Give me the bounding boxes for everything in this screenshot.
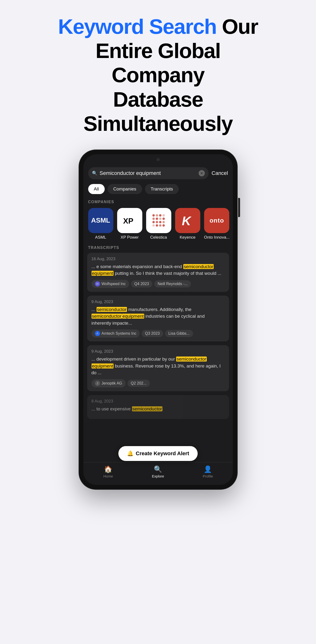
phone-camera (156, 158, 160, 161)
transcript-2[interactable]: 9 Aug, 2023 ... semiconductor manufactur… (87, 296, 229, 342)
transcript-2-text: ... semiconductor manufacturers. Additio… (92, 306, 225, 327)
tag-jenoptik[interactable]: J Jenoptik AG (92, 379, 126, 388)
highlight-semiconductor-4: semiconductor (132, 406, 163, 411)
tag-wolfspeed-label: Wolfspeed Inc (102, 282, 126, 286)
company-asml[interactable]: ASML ASML (88, 208, 113, 240)
transcripts-section-label: TRANSCRIPTS (83, 244, 233, 253)
tag-q4-2023-1[interactable]: Q4 2023 (131, 280, 152, 288)
transcript-2-tags: A Amtech Systems Inc Q3 2023 Lisa Gibbs.… (92, 330, 225, 338)
home-icon: 🏠 (104, 465, 112, 473)
filter-tabs: All Companies Transcripts (83, 182, 233, 198)
company-xp-power[interactable]: XP XP Power (117, 208, 142, 240)
tag-lisa-label: Lisa Gibbs... (168, 331, 190, 336)
tab-transcripts[interactable]: Transcripts (145, 184, 179, 194)
transcript-4-text: ... to use expensive semiconductor (92, 406, 225, 412)
tag-neill[interactable]: Neill Reynolds -... (154, 280, 191, 288)
search-input-wrap[interactable]: 🔍 Semiconductor equipment ✕ (88, 167, 209, 179)
highlight-semiconductor-3: semiconductor (176, 356, 207, 362)
clear-search-button[interactable]: ✕ (198, 170, 205, 176)
search-bar: 🔍 Semiconductor equipment ✕ Cancel (83, 165, 233, 182)
nav-profile-label: Profile (203, 474, 213, 478)
nav-explore[interactable]: 🔍 Explore (133, 465, 183, 478)
phone-shell: 🔍 Semiconductor equipment ✕ Cancel All C… (79, 150, 237, 489)
phone-notch (83, 154, 233, 165)
transcript-1-tags: W Wolfspeed Inc Q4 2023 Neill Reynolds -… (92, 280, 225, 288)
keyence-logo: K (175, 208, 200, 233)
headline-blue: Keyword Search (58, 14, 216, 38)
wolfspeed-icon: W (95, 281, 100, 286)
celestica-logo (146, 208, 171, 233)
transcript-2-date: 9 Aug, 2023 (92, 300, 225, 304)
create-alert-button[interactable]: 🔔 Create Keyword Alert (118, 446, 198, 461)
company-keyence[interactable]: K Keyence (175, 208, 200, 240)
keyence-name: Keyence (180, 235, 196, 240)
transcript-4[interactable]: 8 Aug, 2023 ... to use expensive semicon… (87, 395, 229, 419)
svg-text:XP: XP (123, 216, 134, 225)
transcript-1-date: 16 Aug, 2023 (92, 256, 225, 262)
nav-home-label: Home (103, 474, 113, 478)
onto-name: Onto Innova... (204, 235, 230, 240)
nav-explore-label: Explore (152, 474, 164, 478)
celestica-name: Celestica (150, 235, 167, 240)
asml-logo: ASML (88, 208, 113, 233)
tag-q3-label: Q3 2023 (145, 331, 160, 336)
amtech-icon: A (95, 331, 100, 336)
alert-label: Create Keyword Alert (136, 450, 189, 457)
transcript-3[interactable]: 9 Aug, 2023 ... development driven in pa… (87, 345, 229, 391)
jenoptik-icon: J (95, 381, 100, 386)
company-celestica[interactable]: Celestica (146, 208, 171, 240)
phone-screen: 🔍 Semiconductor equipment ✕ Cancel All C… (83, 154, 233, 485)
nav-home[interactable]: 🏠 Home (83, 465, 133, 478)
transcript-3-text: ... development driven in particular by … (92, 356, 225, 376)
companies-row: ASML ASML XP XP Power (83, 207, 233, 244)
highlight-equipment-2: equipment (122, 314, 144, 319)
tag-amtech-label: Amtech Systems Inc (102, 331, 136, 336)
xp-logo: XP (117, 208, 142, 233)
explore-icon: 🔍 (154, 465, 162, 473)
tab-companies[interactable]: Companies (108, 184, 142, 194)
tag-wolfspeed[interactable]: W Wolfspeed Inc (92, 280, 129, 288)
highlight-semiconductor-2a: semiconductor (96, 307, 127, 312)
tab-all[interactable]: All (88, 184, 105, 194)
transcript-4-date: 8 Aug, 2023 (92, 399, 225, 404)
highlight-equipment-1: equipment (92, 271, 114, 276)
svg-text:K: K (182, 214, 192, 228)
tag-amtech[interactable]: A Amtech Systems Inc (92, 330, 140, 338)
cancel-button[interactable]: Cancel (212, 170, 228, 176)
tag-jenoptik-label: Jenoptik AG (102, 381, 122, 386)
tag-neill-label: Neill Reynolds -... (158, 282, 188, 286)
transcripts-section: TRANSCRIPTS 16 Aug, 2023 ... e some mate… (83, 244, 233, 462)
nav-profile[interactable]: 👤 Profile (183, 465, 233, 478)
celestica-dots (152, 214, 165, 227)
tag-q2-2023[interactable]: Q2 202... (128, 380, 150, 387)
companies-section-label: COMPANIES (83, 198, 233, 207)
headline: Keyword Search OurEntire Global CompanyD… (50, 14, 266, 136)
highlight-equipment-3: equipment (92, 364, 114, 368)
xp-name: XP Power (120, 235, 138, 240)
transcript-3-tags: J Jenoptik AG Q2 202... (92, 379, 225, 388)
transcript-3-date: 9 Aug, 2023 (92, 349, 225, 354)
transcript-1-text: ... e some materials expansion and back-… (92, 263, 225, 277)
highlight-semiconductor-1: semiconductor (183, 264, 214, 269)
company-onto[interactable]: onto Onto Innova... (204, 208, 230, 240)
tag-q2-label: Q2 202... (131, 381, 146, 386)
transcript-1[interactable]: 16 Aug, 2023 ... e some materials expans… (87, 253, 229, 292)
tag-q4-label: Q4 2023 (134, 282, 149, 286)
bottom-nav: 🏠 Home 🔍 Explore 👤 Profile (83, 462, 233, 485)
asml-name: ASML (95, 235, 106, 240)
search-query: Semiconductor equipment (100, 170, 196, 176)
tag-lisa[interactable]: Lisa Gibbs... (165, 330, 193, 337)
profile-icon: 👤 (204, 465, 212, 473)
highlight-semiconductor-2b: semiconductor (92, 314, 122, 319)
alert-icon: 🔔 (127, 450, 134, 457)
tag-q3-2023[interactable]: Q3 2023 (142, 330, 163, 337)
onto-logo: onto (204, 208, 229, 233)
search-icon: 🔍 (92, 170, 97, 176)
